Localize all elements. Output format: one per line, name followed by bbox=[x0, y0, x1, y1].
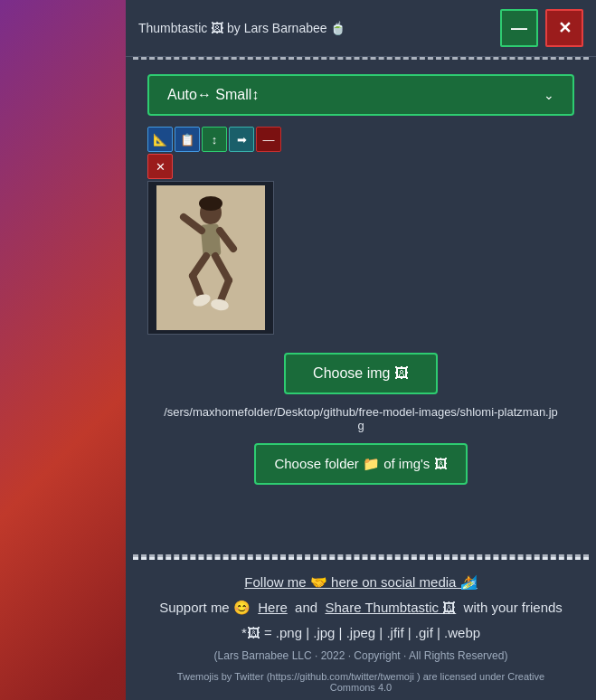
here-link[interactable]: Here bbox=[258, 600, 288, 615]
folder-section: Choose folder 📁 of img's 🖼 bbox=[147, 443, 574, 485]
choose-image-button[interactable]: Choose img 🖼 bbox=[284, 353, 438, 394]
title-bar: Thumbtastic 🖼 by Lars Barnabee 🍵 — ✕ bbox=[126, 0, 596, 57]
formats-text: *🖼 = .png | .jpg | .jpeg | .jfif | .gif … bbox=[241, 625, 480, 640]
chevron-down-icon: ⌄ bbox=[544, 88, 554, 102]
support-label: Support me 😊 bbox=[159, 600, 251, 615]
and-text: and bbox=[295, 600, 317, 615]
app-window: Thumbtastic 🖼 by Lars Barnabee 🍵 — ✕ Aut… bbox=[126, 0, 596, 700]
image-close-button[interactable]: ✕ bbox=[147, 154, 173, 179]
arrows-button[interactable]: ↕ bbox=[202, 127, 227, 152]
bottom-divider bbox=[133, 554, 589, 557]
support-section: Support me 😊 Here and Share Thumbtastic … bbox=[159, 600, 563, 616]
follow-me-label: Follow me 🤝 here on social media 🏄 bbox=[244, 574, 477, 590]
choose-folder-button[interactable]: Choose folder 📁 of img's 🖼 bbox=[254, 443, 467, 485]
clipboard-button[interactable]: 📋 bbox=[175, 127, 200, 152]
license-text: Twemojis by Twitter (https://github.com/… bbox=[147, 671, 574, 693]
file-path-display: /sers/maxhomefolder/Desktop/github/free-… bbox=[162, 405, 560, 432]
arrow-right-button[interactable]: ➡ bbox=[229, 127, 254, 152]
toolbar-row-1: 📐 📋 ↕ ➡ — bbox=[147, 127, 281, 152]
follow-me-link[interactable]: Follow me 🤝 here on social media 🏄 bbox=[244, 574, 477, 590]
middle-section: Choose img 🖼 /sers/maxhomefolder/Desktop… bbox=[147, 353, 574, 432]
top-divider bbox=[133, 57, 589, 60]
size-dropdown[interactable]: Auto↔ Small↕ ⌄ bbox=[147, 74, 574, 116]
share-link[interactable]: Share Thumbtastic 🖼 bbox=[325, 600, 456, 615]
footer-section: Follow me 🤝 here on social media 🏄 Suppo… bbox=[133, 557, 589, 700]
choose-img-label: Choose img 🖼 bbox=[313, 365, 409, 382]
image-preview bbox=[147, 181, 274, 335]
main-content: Auto↔ Small↕ ⌄ 📐 📋 ↕ ➡ — ✕ bbox=[126, 60, 596, 554]
image-preview-area: 📐 📋 ↕ ➡ — ✕ bbox=[147, 127, 574, 335]
with-friends-text: with your friends bbox=[464, 600, 563, 615]
spacer bbox=[147, 496, 574, 540]
share-label: Share Thumbtastic 🖼 bbox=[325, 600, 456, 615]
here-label: Here bbox=[258, 600, 288, 615]
copyright-text: (Lars Barnabee LLC · 2022 · Copyright · … bbox=[214, 649, 508, 662]
dropdown-label: Auto↔ Small↕ bbox=[167, 87, 259, 103]
minus-button[interactable]: — bbox=[256, 127, 281, 152]
follow-me-text: Follow me 🤝 here on social media 🏄 bbox=[244, 574, 477, 591]
app-title: Thumbtastic 🖼 by Lars Barnabee 🍵 bbox=[138, 21, 345, 35]
close-button[interactable]: ✕ bbox=[545, 9, 583, 47]
window-controls: — ✕ bbox=[500, 9, 583, 47]
ruler-button[interactable]: 📐 bbox=[147, 127, 173, 152]
minimize-button[interactable]: — bbox=[500, 9, 538, 47]
choose-folder-label: Choose folder 📁 of img's 🖼 bbox=[274, 456, 447, 472]
preview-image bbox=[156, 185, 265, 330]
toolbar-row-2: ✕ bbox=[147, 154, 281, 179]
svg-point-2 bbox=[199, 196, 222, 211]
